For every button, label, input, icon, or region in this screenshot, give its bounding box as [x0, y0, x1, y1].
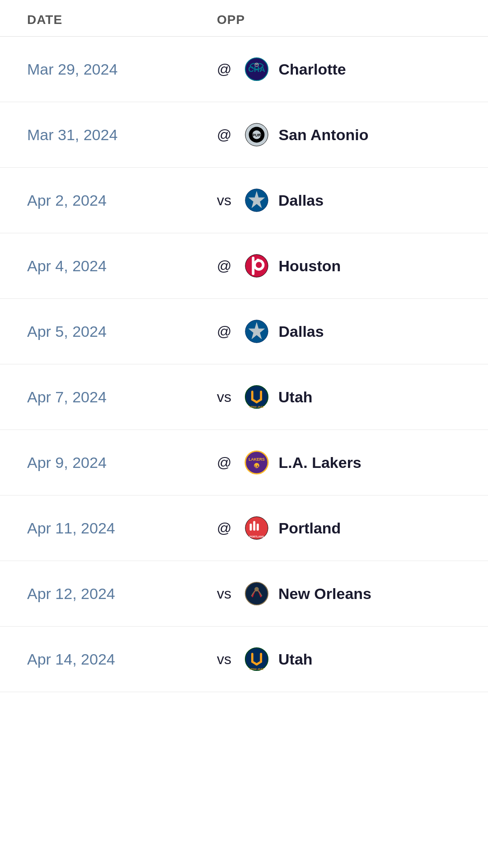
- table-row[interactable]: Apr 5, 2024 @ Dallas: [0, 299, 488, 364]
- game-date: Mar 31, 2024: [27, 126, 217, 144]
- team-logo-dallas: [243, 187, 270, 214]
- team-name: Dallas: [278, 323, 324, 340]
- game-location: vs: [217, 192, 231, 209]
- game-location: vs: [217, 585, 231, 602]
- team-name: Charlotte: [278, 61, 346, 78]
- table-row[interactable]: Mar 29, 2024 @ CHA Charlotte: [0, 37, 488, 102]
- team-name: San Antonio: [278, 126, 368, 144]
- game-location: vs: [217, 389, 231, 406]
- game-opponent: @ SPURS San Antonio: [217, 121, 368, 148]
- svg-text:LA: LA: [255, 465, 259, 468]
- table-row[interactable]: Apr 12, 2024 vs New Orleans: [0, 561, 488, 627]
- opp-column-header: OPP: [217, 13, 245, 27]
- game-opponent: @ PORTLAND Portland: [217, 514, 341, 542]
- svg-text:PORTLAND: PORTLAND: [249, 535, 264, 538]
- date-column-header: DATE: [27, 13, 217, 27]
- game-location: vs: [217, 651, 231, 668]
- svg-point-21: [245, 451, 268, 474]
- table-row[interactable]: Apr 14, 2024 vs UTAH JAZZ Utah: [0, 627, 488, 692]
- table-row[interactable]: Apr 7, 2024 vs UTAH JAZZ Utah: [0, 364, 488, 430]
- game-location: @: [217, 520, 231, 537]
- svg-text:SPURS: SPURS: [250, 133, 264, 137]
- team-logo-lakers: LAKERS LA: [243, 449, 270, 476]
- game-date: Apr 4, 2024: [27, 257, 217, 275]
- svg-point-15: [245, 386, 268, 408]
- game-date: Apr 2, 2024: [27, 192, 217, 209]
- team-name: New Orleans: [278, 585, 371, 603]
- table-row[interactable]: Apr 9, 2024 @ LAKERS LA L.A. Lakers: [0, 430, 488, 495]
- team-name: Houston: [278, 257, 341, 275]
- team-name: Dallas: [278, 192, 324, 209]
- game-opponent: vs Dallas: [217, 187, 324, 214]
- team-name: Utah: [278, 388, 313, 406]
- team-logo-utah: UTAH JAZZ: [243, 383, 270, 410]
- svg-rect-26: [253, 521, 256, 531]
- svg-rect-28: [250, 524, 252, 530]
- table-header: DATE OPP: [0, 0, 488, 37]
- svg-text:UTAH JAZZ: UTAH JAZZ: [249, 406, 264, 408]
- game-date: Apr 11, 2024: [27, 519, 217, 537]
- game-opponent: vs New Orleans: [217, 580, 371, 607]
- team-logo-dallas: [243, 318, 270, 345]
- team-logo-charlotte: CHA: [243, 56, 270, 83]
- svg-text:LAKERS: LAKERS: [249, 457, 265, 462]
- game-opponent: @ CHA Charlotte: [217, 56, 346, 83]
- game-date: Apr 14, 2024: [27, 651, 217, 668]
- game-location: @: [217, 323, 231, 340]
- schedule-table: DATE OPP Mar 29, 2024 @ CHA Charlotte Ma…: [0, 0, 488, 692]
- team-name: Portland: [278, 519, 341, 537]
- team-logo-utah: UTAH JAZZ: [243, 646, 270, 673]
- svg-point-32: [245, 648, 268, 670]
- game-location: @: [217, 61, 231, 78]
- team-name: L.A. Lakers: [278, 454, 361, 472]
- team-logo-houston: [243, 252, 270, 279]
- game-date: Apr 7, 2024: [27, 388, 217, 406]
- table-row[interactable]: Apr 11, 2024 @ PORTLAND Portland: [0, 495, 488, 561]
- table-row[interactable]: Apr 2, 2024 vs Dallas: [0, 168, 488, 233]
- svg-text:UTAH JAZZ: UTAH JAZZ: [249, 668, 264, 670]
- game-opponent: @ Dallas: [217, 318, 324, 345]
- svg-point-30: [245, 582, 268, 605]
- svg-point-9: [245, 255, 268, 277]
- team-logo-neworleans: [243, 580, 270, 607]
- table-row[interactable]: Apr 4, 2024 @ Houston: [0, 233, 488, 299]
- game-date: Mar 29, 2024: [27, 61, 217, 78]
- team-logo-sanantonio: SPURS: [243, 121, 270, 148]
- game-date: Apr 12, 2024: [27, 585, 217, 603]
- game-opponent: vs UTAH JAZZ Utah: [217, 646, 313, 673]
- game-opponent: @ Houston: [217, 252, 341, 279]
- game-location: @: [217, 454, 231, 471]
- team-name: Utah: [278, 651, 313, 668]
- game-date: Apr 5, 2024: [27, 323, 217, 340]
- game-opponent: vs UTAH JAZZ Utah: [217, 383, 313, 410]
- team-logo-portland: PORTLAND: [243, 514, 270, 542]
- game-location: @: [217, 127, 231, 143]
- game-date: Apr 9, 2024: [27, 454, 217, 472]
- svg-rect-27: [257, 524, 259, 530]
- game-location: @: [217, 258, 231, 274]
- schedule-body: Mar 29, 2024 @ CHA Charlotte Mar 31, 202…: [0, 37, 488, 692]
- table-row[interactable]: Mar 31, 2024 @ SPURS San Antonio: [0, 102, 488, 168]
- game-opponent: @ LAKERS LA L.A. Lakers: [217, 449, 361, 476]
